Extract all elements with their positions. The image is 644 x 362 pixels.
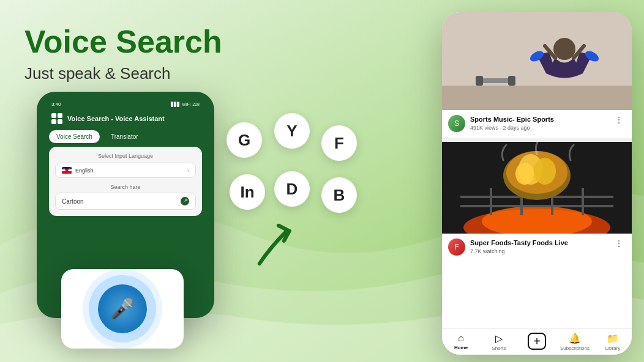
nav-shorts[interactable]: ▷ Shorts — [480, 333, 518, 351]
letter-G: G — [227, 122, 262, 158]
food-thumbnail — [442, 142, 632, 234]
select-language-label: Select Input Language — [55, 153, 196, 159]
svg-rect-6 — [508, 76, 515, 86]
video-details-1: Sports Music- Epic Sports 491K views · 2… — [470, 115, 607, 131]
search-label: Search hare — [55, 184, 196, 190]
wifi-icon: WiFi — [182, 102, 190, 106]
video-meta-1: 491K views · 2 days ago — [470, 125, 607, 131]
video-title-1: Sports Music- Epic Sports — [470, 115, 607, 124]
letter-In: In — [230, 174, 265, 210]
svg-point-3 — [553, 38, 575, 60]
svg-rect-5 — [476, 76, 483, 86]
shorts-label: Shorts — [492, 345, 506, 351]
mic-button[interactable]: 🎤 — [98, 284, 147, 333]
app-header: Voice Search - Voice Assistant — [44, 109, 207, 128]
flag-icon — [62, 167, 72, 174]
channel-avatar-1: S — [448, 115, 465, 132]
signal-icon: ▊▊▊ — [171, 102, 180, 107]
youtube-phone: S Sports Music- Epic Sports 491K views ·… — [442, 12, 632, 355]
create-button[interactable]: + — [528, 333, 546, 350]
phone-content: Select Input Language English › Search h… — [49, 147, 202, 216]
subtitle: Just speak & Search — [24, 64, 257, 83]
letter-F: F — [321, 125, 357, 161]
app-grid-icon — [51, 113, 62, 124]
arrow-icon — [254, 220, 303, 269]
tab-voice-search[interactable]: Voice Search — [49, 130, 100, 143]
video-meta-2: 7.7K watching — [470, 248, 607, 254]
subscriptions-icon: 🔔 — [569, 333, 581, 344]
video-card-1: S Sports Music- Epic Sports 491K views ·… — [442, 12, 632, 137]
nav-subscriptions[interactable]: 🔔 Subscriptions — [556, 333, 594, 351]
youtube-content: S Sports Music- Epic Sports 491K views ·… — [442, 12, 632, 355]
library-icon: 📁 — [607, 333, 619, 344]
letter-B: B — [321, 177, 357, 213]
search-input-row[interactable]: Cartoon 🎤 — [55, 193, 196, 210]
video-details-2: Super Foods-Tasty Foods Live 7.7K watchi… — [470, 238, 607, 254]
svg-point-21 — [534, 158, 556, 185]
svg-rect-2 — [442, 86, 632, 110]
video-card-2: F Super Foods-Tasty Foods Live 7.7K watc… — [442, 142, 632, 260]
search-text: Cartoon — [62, 198, 84, 205]
subscriptions-label: Subscriptions — [560, 345, 590, 351]
home-label: Home — [454, 345, 468, 350]
language-selector[interactable]: English › — [55, 163, 196, 178]
letter-D: D — [274, 171, 310, 207]
nav-create[interactable]: + — [518, 333, 556, 351]
shorts-icon: ▷ — [495, 333, 503, 344]
tab-translator[interactable]: Translator — [103, 130, 146, 143]
microphone-icon: 🎤 — [110, 297, 135, 320]
chevron-right-icon: › — [187, 168, 189, 174]
app-title-label: Voice Search - Voice Assistant — [67, 115, 165, 122]
status-bar: 3:40 ▊▊▊ WiFi 228 — [44, 99, 207, 109]
hero-section: Voice Search Just speak & Search — [24, 24, 257, 102]
svg-point-22 — [515, 163, 534, 185]
nav-home[interactable]: ⌂ Home — [442, 333, 480, 351]
sports-thumbnail — [442, 12, 632, 110]
more-options-icon-2[interactable]: ⋮ — [612, 238, 626, 248]
main-title: Voice Search — [24, 24, 257, 59]
language-text: English — [75, 168, 187, 174]
letter-Y: Y — [274, 113, 310, 149]
channel-avatar-2: F — [448, 238, 465, 256]
phone-tabs: Voice Search Translator — [49, 130, 202, 143]
nav-library[interactable]: 📁 Library — [594, 333, 632, 351]
video-info-1: S Sports Music- Epic Sports 491K views ·… — [442, 110, 632, 137]
mic-small-icon[interactable]: 🎤 — [181, 197, 189, 205]
status-time: 3:40 — [51, 102, 61, 107]
youtube-nav-bar: ⌂ Home ▷ Shorts + 🔔 Subscriptions 📁 Libr… — [442, 328, 632, 355]
video-info-2: F Super Foods-Tasty Foods Live 7.7K watc… — [442, 234, 632, 260]
video-title-2: Super Foods-Tasty Foods Live — [470, 238, 607, 247]
home-icon: ⌂ — [458, 333, 464, 344]
battery-icon: 228 — [192, 102, 200, 106]
more-options-icon-1[interactable]: ⋮ — [612, 115, 626, 125]
library-label: Library — [605, 345, 620, 351]
mic-card: 🎤 — [61, 269, 184, 349]
